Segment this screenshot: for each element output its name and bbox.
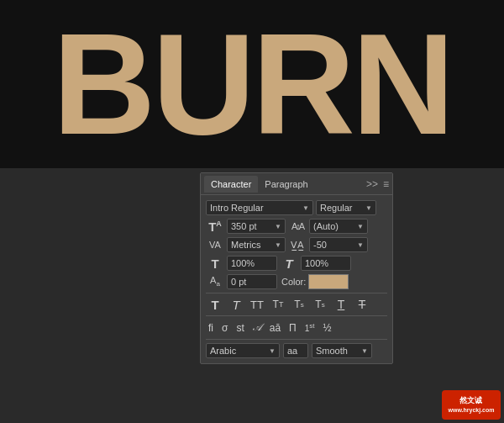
hscale-value: 100% xyxy=(305,258,328,268)
tracking-input[interactable]: -50 ▼ xyxy=(309,237,368,252)
baseline-color-row: Aa 0 pt Color: xyxy=(206,274,387,289)
style-buttons-row: T T TT TT Ts Ts T T xyxy=(206,293,387,316)
hscale-col: T 100% xyxy=(280,256,351,271)
kerning-arrow: ▼ xyxy=(275,241,281,249)
italic-button[interactable]: T xyxy=(227,295,245,314)
smooth-arrow: ▼ xyxy=(361,347,368,355)
menu-icon[interactable]: ≡ xyxy=(383,178,389,190)
color-swatch[interactable] xyxy=(308,274,349,289)
font-style-value: Regular xyxy=(320,203,353,213)
baseline-value: 0 pt xyxy=(231,277,246,287)
leading-arrow: ▼ xyxy=(357,223,364,230)
fraction-button[interactable]: ½ xyxy=(321,320,334,336)
panel-tabs: Character Paragraph >> ≡ xyxy=(201,173,392,195)
tab-character[interactable]: Character xyxy=(204,176,258,193)
smooth-dropdown[interactable]: Smooth ▼ xyxy=(312,343,372,358)
ligature-fi-button[interactable]: fi xyxy=(206,320,216,336)
baseline-icon: Aa xyxy=(206,275,224,288)
stylistic-a-button[interactable]: 𝒜 xyxy=(250,320,264,336)
color-label: Color: xyxy=(281,277,306,287)
hscale-input[interactable]: 100% xyxy=(301,256,351,271)
smooth-value: Smooth xyxy=(316,346,348,356)
size-leading-row: TA 350 pt ▼ A↕A (Auto) ▼ xyxy=(206,219,387,234)
vscale-icon: T xyxy=(206,256,224,271)
font-family-dropdown[interactable]: Intro Regular ▼ xyxy=(206,200,313,215)
aa-value: aa xyxy=(287,346,297,356)
color-col: Color: xyxy=(280,274,349,289)
tab-paragraph[interactable]: Paragraph xyxy=(258,176,314,193)
language-arrow: ▼ xyxy=(269,347,276,355)
tracking-arrow: ▼ xyxy=(357,241,364,249)
subscript-button[interactable]: Ts xyxy=(311,295,329,314)
allcaps-button[interactable]: TT xyxy=(248,295,266,314)
tracking-icon: V̲A̲ xyxy=(288,240,307,251)
leading-col: A↕A (Auto) ▼ xyxy=(288,219,368,234)
special-chars-row: fi σ st 𝒜 aā Π 1st ½ xyxy=(206,320,387,340)
font-size-input[interactable]: 350 pt ▼ xyxy=(227,219,286,234)
language-dropdown[interactable]: Arabic ▼ xyxy=(206,343,280,358)
baseline-col: Aa 0 pt xyxy=(206,274,277,289)
scale-row: T 100% T 100% xyxy=(206,256,387,271)
character-panel: Character Paragraph >> ≡ Intro Regular ▼… xyxy=(200,172,393,364)
tracking-value: -50 xyxy=(313,240,327,250)
panel-body: Intro Regular ▼ Regular ▼ TA 350 pt ▼ A↕… xyxy=(201,195,392,363)
watermark-line2: www.hryckj.com xyxy=(449,406,495,414)
font-family-value: Intro Regular xyxy=(210,203,264,213)
oldstyle-aa-button[interactable]: aā xyxy=(267,320,283,336)
font-row: Intro Regular ▼ Regular ▼ xyxy=(206,200,387,215)
canvas-text: BURN xyxy=(52,13,451,156)
kerning-input[interactable]: Metrics ▼ xyxy=(227,237,286,252)
aa-dropdown[interactable]: aa xyxy=(283,343,308,358)
panel-tab-icons: >> ≡ xyxy=(366,178,389,190)
font-style-dropdown[interactable]: Regular ▼ xyxy=(316,200,376,215)
underline-button[interactable]: T xyxy=(332,295,350,314)
kerning-col: VA Metrics ▼ xyxy=(206,237,286,252)
font-size-arrow: ▼ xyxy=(275,223,281,230)
font-size-icon: TA xyxy=(206,219,224,234)
tracking-col: V̲A̲ -50 ▼ xyxy=(288,237,368,252)
smallcaps-button[interactable]: TT xyxy=(269,295,287,314)
pi-button[interactable]: Π xyxy=(286,320,299,336)
font-style-arrow: ▼ xyxy=(365,204,372,212)
baseline-input[interactable]: 0 pt xyxy=(227,274,277,289)
kerning-icon: VA xyxy=(206,240,224,250)
vscale-col: T 100% xyxy=(206,256,277,271)
bold-button[interactable]: T xyxy=(206,295,224,314)
kern-track-row: VA Metrics ▼ V̲A̲ -50 ▼ xyxy=(206,237,387,252)
ligature-st-button[interactable]: st xyxy=(234,320,246,336)
font-size-value: 350 pt xyxy=(231,221,257,231)
bottom-row: Arabic ▼ aa Smooth ▼ xyxy=(206,343,387,358)
watermark: 然文诚 www.hryckj.com xyxy=(442,390,501,420)
leading-input[interactable]: (Auto) ▼ xyxy=(309,219,368,234)
expand-icon[interactable]: >> xyxy=(366,178,378,190)
vscale-input[interactable]: 100% xyxy=(227,256,277,271)
language-value: Arabic xyxy=(210,346,236,356)
kerning-value: Metrics xyxy=(231,240,260,250)
font-family-arrow: ▼ xyxy=(302,204,309,212)
vscale-value: 100% xyxy=(231,258,255,268)
strikethrough-button[interactable]: T xyxy=(353,295,371,314)
sigma-button[interactable]: σ xyxy=(219,320,230,336)
leading-value: (Auto) xyxy=(313,221,339,231)
leading-icon: A↕A xyxy=(288,221,307,231)
canvas-area: BURN xyxy=(0,0,504,168)
ordinal-button[interactable]: 1st xyxy=(302,320,318,335)
hscale-icon: T xyxy=(280,256,298,271)
size-col: TA 350 pt ▼ xyxy=(206,219,286,234)
watermark-line1: 然文诚 xyxy=(449,396,495,406)
superscript-button[interactable]: Ts xyxy=(290,295,308,314)
